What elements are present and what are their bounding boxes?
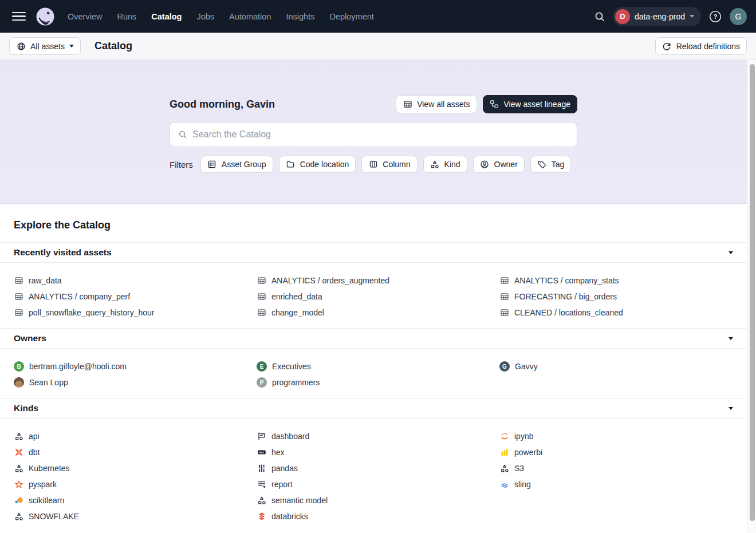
item-label: dbt: [29, 448, 40, 457]
list-item-gavvy[interactable]: GGavvy: [499, 358, 733, 374]
asset-group-icon: [207, 160, 217, 169]
list-item-poll-snowflake-query-history-hour[interactable]: poll_snowflake_query_history_hour: [14, 305, 247, 321]
table-icon: [14, 292, 23, 302]
list-item-programmers[interactable]: Pprogrammers: [257, 374, 490, 390]
list-item-sean-lopp[interactable]: Sean Lopp: [14, 374, 247, 390]
list-item-analytics-company-perf[interactable]: ANALYTICS / company_perf: [14, 289, 247, 305]
kind-icon: [257, 496, 266, 506]
nav-item-runs[interactable]: Runs: [117, 12, 136, 21]
dashboard-icon: [257, 432, 266, 441]
list-item-dashboard[interactable]: dashboard: [257, 428, 490, 444]
filter-tag-button[interactable]: Tag: [530, 156, 572, 173]
list-item-dbt[interactable]: dbt: [14, 444, 247, 460]
owner-icon: [480, 160, 490, 169]
section-header-owners[interactable]: Owners: [0, 328, 747, 349]
sling-icon: [499, 480, 509, 489]
list-item-kubernetes[interactable]: Kubernetes: [14, 460, 247, 476]
section-title: Recently visited assets: [14, 247, 112, 258]
list-item-sling[interactable]: sling: [499, 476, 733, 492]
scrollbar-track[interactable]: [747, 60, 756, 533]
list-item-powerbi[interactable]: powerbi: [499, 444, 733, 460]
list-item-pyspark[interactable]: pyspark: [14, 476, 247, 492]
list-item-pandas[interactable]: pandas: [257, 460, 490, 476]
filter-kind-button[interactable]: Kind: [423, 156, 467, 173]
table-icon: [499, 276, 509, 286]
asset-scope-button[interactable]: All assets: [9, 37, 81, 55]
chevron-down-icon: [69, 45, 74, 48]
list-item-raw-data[interactable]: raw_data: [14, 273, 247, 289]
item-label: ANALYTICS / company_stats: [514, 276, 619, 285]
list-item-report[interactable]: report: [257, 476, 490, 492]
kind-icon: [14, 464, 23, 473]
list-item-executives[interactable]: EExecutives: [257, 358, 490, 374]
table-icon: [14, 276, 23, 286]
reload-icon: [662, 41, 672, 51]
item-label: ANALYTICS / orders_augmented: [271, 276, 389, 285]
item-label: bertram.gilfoyle@hooli.com: [29, 362, 127, 371]
search-icon[interactable]: [594, 11, 605, 22]
filter-label: Code location: [300, 160, 349, 169]
search-input[interactable]: [192, 129, 569, 140]
ipynb-icon: [499, 432, 509, 441]
filters-row: Filters Asset GroupCode locationColumnKi…: [170, 156, 577, 173]
section-header-recently-visited-assets[interactable]: Recently visited assets: [0, 242, 747, 263]
item-label: CLEANED / locations_cleaned: [514, 308, 623, 317]
table-icon: [257, 308, 266, 318]
list-item-bertram-gilfoyle-hooli-com[interactable]: Bbertram.gilfoyle@hooli.com: [14, 358, 247, 374]
list-item-scikitlearn[interactable]: scikitlearn: [14, 492, 247, 508]
reload-definitions-button[interactable]: Reload definitions: [655, 37, 747, 55]
filter-code-location-button[interactable]: Code location: [279, 156, 356, 173]
user-avatar[interactable]: G: [730, 8, 747, 25]
list-item-databricks[interactable]: databricks: [257, 508, 490, 524]
filter-column-button[interactable]: Column: [361, 156, 417, 173]
avatar: P: [257, 377, 267, 388]
list-item-hex[interactable]: HEXhex: [257, 444, 490, 460]
section-items-kinds: apidbtKubernetespysparkscikitlearnSNOWFL…: [0, 418, 747, 532]
chevron-down-icon: [729, 407, 733, 410]
nav-item-insights[interactable]: Insights: [286, 12, 314, 21]
section-title: Owners: [14, 333, 46, 344]
workspace-name: data-eng-prod: [635, 12, 685, 21]
list-item-semantic-model[interactable]: semantic model: [257, 492, 490, 508]
chevron-down-icon: [729, 251, 733, 254]
pandas-icon: [257, 464, 266, 473]
hex-icon: HEX: [257, 448, 266, 457]
item-label: Executives: [272, 362, 311, 371]
view-asset-lineage-button[interactable]: View asset lineage: [483, 95, 577, 113]
dagster-logo-icon: [36, 7, 55, 26]
nav-item-catalog[interactable]: Catalog: [151, 12, 182, 21]
list-item-cleaned-locations-cleaned[interactable]: CLEANED / locations_cleaned: [499, 305, 733, 321]
item-label: enriched_data: [271, 292, 322, 301]
filter-owner-button[interactable]: Owner: [473, 156, 525, 173]
nav-item-jobs[interactable]: Jobs: [196, 12, 214, 21]
table-icon: [14, 308, 23, 318]
filter-asset-group-button[interactable]: Asset Group: [200, 156, 273, 173]
list-item-snowflake[interactable]: SNOWFLAKE: [14, 508, 247, 524]
globe-icon: [16, 41, 26, 51]
filter-label: Tag: [552, 160, 565, 169]
list-item-enriched-data[interactable]: enriched_data: [257, 289, 490, 305]
workspace-switcher[interactable]: D data-eng-prod: [613, 7, 701, 26]
nav-item-overview[interactable]: Overview: [68, 12, 102, 21]
item-label: Kubernetes: [29, 464, 70, 473]
scrollbar-thumb[interactable]: [750, 64, 755, 521]
primary-nav: OverviewRunsCatalogJobsAutomationInsight…: [68, 12, 374, 21]
item-label: S3: [514, 464, 524, 473]
kind-icon: [14, 432, 23, 441]
view-all-assets-button[interactable]: View all assets: [396, 95, 477, 113]
list-item-analytics-company-stats[interactable]: ANALYTICS / company_stats: [499, 273, 733, 289]
view-asset-lineage-label: View asset lineage: [504, 100, 570, 109]
menu-icon[interactable]: [9, 7, 29, 26]
list-item-s3[interactable]: S3: [499, 460, 733, 476]
list-item-forecasting-big-orders[interactable]: FORECASTING / big_orders: [499, 289, 733, 305]
help-icon[interactable]: ?: [708, 10, 722, 23]
nav-item-deployment[interactable]: Deployment: [329, 12, 373, 21]
explore-catalog: Explore the Catalog Recently visited ass…: [0, 204, 747, 532]
avatar: B: [14, 361, 24, 372]
nav-item-automation[interactable]: Automation: [229, 12, 271, 21]
list-item-ipynb[interactable]: ipynb: [499, 428, 733, 444]
list-item-change-model[interactable]: change_model: [257, 305, 490, 321]
section-header-kinds[interactable]: Kinds: [0, 398, 747, 418]
list-item-analytics-orders-augmented[interactable]: ANALYTICS / orders_augmented: [257, 273, 490, 289]
list-item-api[interactable]: api: [14, 428, 247, 444]
